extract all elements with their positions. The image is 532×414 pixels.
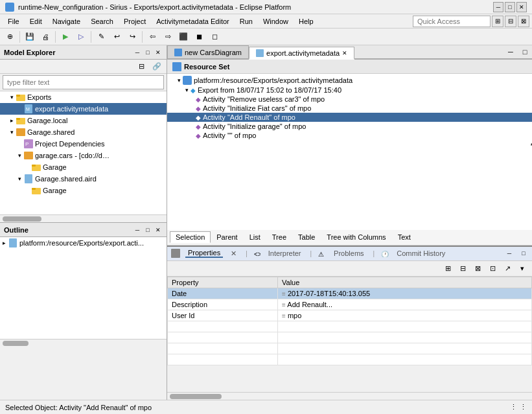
props-hscroll-thumb[interactable] [170,394,222,399]
run-button[interactable]: ▶ [58,30,73,44]
arrow-garage-shared[interactable]: ▾ [8,129,16,135]
arrow-platform[interactable]: ▾ [175,77,183,84]
props-tool-1[interactable]: ⊞ [441,261,455,275]
menu-navigate[interactable]: Navigate [47,16,86,27]
tc-activity-2[interactable]: ◆ Activity "Add Renault" of mpo [167,113,532,122]
menu-help[interactable]: Help [294,16,319,27]
tab-export-meta[interactable]: export.activitymetadata ✕ [249,47,354,60]
props-tool-2[interactable]: ⊟ [456,261,470,275]
expand-arrow-exports[interactable]: ▾ [8,94,16,100]
tree-item-garage-cars[interactable]: ▾ garage.cars - [cdo://designer-serve... [0,150,167,161]
model-explorer-close[interactable]: ✕ [154,48,163,57]
menu-window[interactable]: Window [258,16,294,27]
toolbar-btn-2[interactable]: ↩ [110,30,124,44]
tab-export-meta-close[interactable]: ✕ [342,50,347,56]
tree-item-export-meta[interactable]: M export.activitymetadata [0,103,167,115]
outline-close[interactable]: ✕ [154,225,163,235]
toolbar-btn-6[interactable]: ⬛ [176,30,191,44]
sel-tab-table[interactable]: Table [292,231,321,243]
props-minimize-btn[interactable]: ─ [505,249,514,258]
tc-platform-path[interactable]: ▾ platform:/resource/Exports/export.acti… [167,75,532,86]
sel-tab-text[interactable]: Text [392,231,417,243]
tree-item-garage-shared-aird[interactable]: ▾ Garage.shared.aird [0,173,167,185]
toolbar-btn-4[interactable]: ⇦ [145,30,159,44]
props-hscroll[interactable] [167,392,532,400]
label-garage-shared: Garage.shared [27,128,75,136]
outline-maximize[interactable]: □ [143,225,152,235]
props-tool-3[interactable]: ⊠ [470,261,485,275]
props-tab-problems[interactable]: Problems [331,249,366,257]
perspective-btn-3[interactable]: ⊠ [518,16,529,27]
model-explorer-minimize[interactable]: ─ [133,48,142,57]
perspective-btn-2[interactable]: ⊟ [505,16,516,27]
tree-item-garage[interactable]: Garage [0,161,167,173]
arrow-garage-local[interactable]: ▸ [8,117,16,124]
menu-file[interactable]: File [3,16,25,27]
props-tool-6[interactable]: ▾ [515,261,529,275]
props-tab-history[interactable]: Commit History [394,249,448,257]
debug-button[interactable]: ▷ [74,30,88,44]
tree-item-project-deps[interactable]: P Project Dependencies [0,138,167,150]
props-row-description[interactable]: Description ≡ Add Renault... [168,299,532,310]
explorer-hscroll-thumb[interactable] [3,216,41,222]
menu-run[interactable]: Run [235,16,258,27]
tc-activity-4[interactable]: ◆ Activity "" of mpo [167,131,532,140]
minimize-button[interactable]: ─ [493,2,503,12]
tree-item-garage-local[interactable]: ▸ Garage.local [0,115,167,126]
arrow-export-range[interactable]: ▾ [183,87,191,93]
toolbar-btn-5[interactable]: ⇨ [161,30,175,44]
tc-activity-1[interactable]: ◆ Activity "Initialize Fiat cars" of mpo [167,104,532,113]
arrow-garage-shared-aird[interactable]: ▾ [16,176,23,182]
tree-item-garage2[interactable]: Garage [0,185,167,196]
tree-item-garage-shared[interactable]: ▾ Garage.shared [0,126,167,138]
close-button[interactable]: ✕ [516,2,527,12]
tc-activity-0[interactable]: ◆ Activity "Remove useless car3" of mpo [167,95,532,104]
save-button[interactable]: 💾 [23,30,37,44]
model-explorer-maximize[interactable]: □ [143,48,152,57]
left-panel-hscroll-thumb[interactable] [3,341,29,346]
toolbar-btn-8[interactable]: ◻ [207,30,222,44]
props-tool-5[interactable]: ↗ [500,261,515,275]
outline-item-arrow[interactable]: ▸ [0,240,8,246]
tc-activity-3[interactable]: ◆ Activity "Initialize garage" of mpo [167,122,532,131]
tab-maximize-btn[interactable]: □ [518,45,532,58]
toolbar-btn-3[interactable]: ↪ [125,30,139,44]
sel-tab-selection[interactable]: Selection [170,231,211,243]
props-tab-close[interactable]: ✕ [228,249,239,258]
tc-export-range[interactable]: ▾ ◆ Export from 18/07/17 15:02 to 18/07/… [167,86,532,95]
sel-tab-tree[interactable]: Tree [266,231,292,243]
link-editor-btn[interactable]: 🔗 [150,60,164,74]
props-row-userid[interactable]: User Id ≡ mpo [168,310,532,321]
menu-edit[interactable]: Edit [25,16,47,27]
sel-tab-tree-with-columns[interactable]: Tree with Columns [321,231,391,243]
sel-tab-list[interactable]: List [244,231,266,243]
props-row-date[interactable]: Date ≡ 2017-07-18T15:40:13.055 [168,288,532,299]
outline-minimize[interactable]: ─ [133,225,142,235]
props-tab-interpreter[interactable]: Interpreter [266,249,304,257]
tree-item-exports[interactable]: ▾ Exports [0,91,167,103]
sel-tab-parent[interactable]: Parent [211,231,243,243]
props-content: Property Value Date ≡ 2017-07-18T15:40:1… [167,277,532,393]
filter-input[interactable] [3,75,164,89]
maximize-button[interactable]: □ [505,2,515,12]
props-tab-properties[interactable]: Properties [185,249,223,258]
left-panel-hscroll[interactable] [0,339,167,347]
toolbar-btn-1[interactable]: ✎ [94,30,108,44]
print-button[interactable]: 🖨 [38,30,52,44]
window-controls[interactable]: ─ □ ✕ [493,2,527,12]
quick-access-input[interactable] [413,16,491,27]
menu-project[interactable]: Project [119,16,151,27]
tab-minimize-btn[interactable]: ─ [503,45,518,58]
outline-item[interactable]: ▸ platform:/resource/Exports/export.acti… [0,237,167,249]
menu-activitymetadata[interactable]: Activitymetadata Editor [151,16,235,27]
toolbar-btn-7[interactable]: ◼ [192,30,206,44]
arrow-garage-cars[interactable]: ▾ [16,152,23,159]
explorer-hscroll[interactable] [0,214,167,222]
tab-new-cars[interactable]: new CarsDiagram [167,45,249,58]
props-maximize-btn[interactable]: □ [519,249,528,258]
menu-search[interactable]: Search [86,16,119,27]
new-button[interactable]: ⊕ [3,30,17,44]
props-tool-4[interactable]: ⊡ [485,261,500,275]
perspective-btn-1[interactable]: ⊞ [492,16,503,27]
collapse-all-btn[interactable]: ⊟ [134,60,148,74]
